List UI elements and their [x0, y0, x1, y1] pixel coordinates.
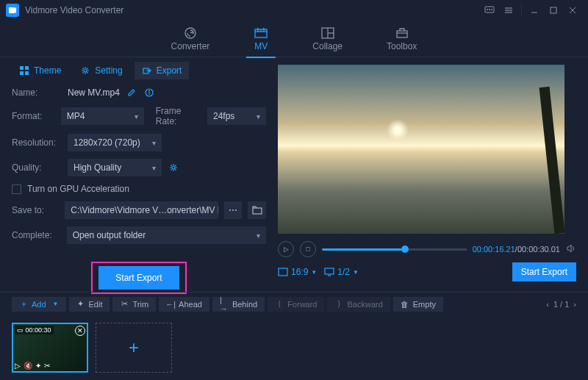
close-button[interactable]	[563, 1, 582, 20]
maximize-button[interactable]	[544, 1, 563, 20]
clip-play-icon[interactable]: ▷	[15, 362, 21, 370]
screen-page-select[interactable]: 1/2 ▼	[324, 267, 359, 277]
subtab-label: Export	[157, 65, 182, 76]
preview-panel: ▷ □ 00:00:16.21/00:00:30.01 16:9 ▼	[278, 57, 588, 292]
svg-point-27	[84, 69, 87, 72]
quality-settings-icon[interactable]	[168, 162, 179, 173]
aspect-ratio-select[interactable]: 16:9 ▼	[278, 267, 317, 277]
tab-mv[interactable]: MV	[246, 24, 276, 54]
seek-slider[interactable]	[322, 248, 467, 251]
preview-visual	[387, 119, 409, 141]
tab-converter[interactable]: Converter	[164, 24, 218, 54]
browse-folder-button[interactable]	[248, 201, 266, 219]
tab-collage[interactable]: Collage	[305, 24, 350, 54]
wand-icon: ✦	[76, 300, 85, 309]
svg-point-2	[487, 9, 487, 10]
trash-icon: 🗑	[401, 300, 409, 309]
quality-label: Quality:	[12, 162, 62, 173]
svg-rect-24	[25, 66, 29, 70]
tab-label: Collage	[312, 41, 343, 51]
minimize-button[interactable]	[525, 1, 544, 20]
divider	[521, 4, 522, 16]
resolution-select[interactable]: 1280x720 (720p)	[68, 134, 162, 151]
quality-select[interactable]: High Quality	[68, 159, 162, 176]
resolution-label: Resolution:	[12, 137, 62, 148]
subtab-theme[interactable]: Theme	[12, 62, 68, 79]
tab-label: Converter	[171, 41, 210, 51]
subtab-label: Theme	[34, 65, 61, 76]
clip-thumbnail[interactable]: ▭ 00:00:30 ✕ ▷ 🔇 ✦ ✂	[12, 323, 88, 373]
svg-rect-33	[253, 208, 262, 214]
format-label: Format:	[12, 111, 55, 121]
start-export-button-right[interactable]: Start Export	[512, 262, 576, 282]
svg-rect-25	[20, 71, 24, 75]
clip-mute-icon[interactable]: 🔇	[24, 362, 32, 370]
gpu-label: Turn on GPU Acceleration	[27, 184, 129, 194]
page-text: 1 / 1	[553, 300, 569, 309]
mv-icon	[254, 26, 268, 40]
stop-button[interactable]: □	[300, 241, 316, 257]
forward-icon: ⟨	[275, 300, 284, 309]
ahead-icon: ←|	[166, 300, 175, 309]
menu-icon[interactable]	[499, 1, 518, 20]
trim-button[interactable]: ✂Trim	[112, 297, 156, 312]
play-button[interactable]: ▷	[278, 241, 294, 257]
start-export-button[interactable]: Start Export	[98, 266, 179, 290]
gpu-checkbox[interactable]	[12, 184, 21, 194]
tab-label: Toolbox	[387, 41, 417, 51]
tab-toolbox[interactable]: Toolbox	[379, 24, 424, 54]
feedback-icon[interactable]	[480, 1, 499, 20]
framerate-label: Frame Rate:	[156, 106, 201, 126]
sub-tabs: Theme Setting Export	[12, 62, 266, 79]
ahead-button[interactable]: ←|Ahead	[159, 297, 209, 312]
converter-icon	[183, 26, 198, 40]
format-select[interactable]: MP4	[61, 107, 144, 125]
name-label: Name:	[12, 87, 62, 98]
subtab-setting[interactable]: Setting	[73, 62, 129, 79]
video-preview[interactable]	[278, 65, 564, 234]
prev-page-icon[interactable]: ‹	[546, 300, 549, 309]
svg-point-31	[148, 90, 149, 91]
edit-button[interactable]: ✦Edit	[69, 297, 110, 312]
time-total: 00:00:30.01	[517, 245, 560, 254]
title-bar: Vidmore Video Converter	[0, 0, 588, 21]
svg-point-4	[491, 9, 492, 10]
subtab-export[interactable]: Export	[135, 62, 190, 79]
clip-trim-icon[interactable]: ✂	[44, 362, 50, 370]
next-page-icon[interactable]: ›	[573, 300, 576, 309]
time-current: 00:00:16.21	[473, 245, 515, 254]
gear-icon	[80, 65, 90, 76]
collage-icon	[320, 26, 335, 40]
seek-knob[interactable]	[401, 245, 409, 253]
svg-point-32	[172, 166, 175, 169]
main-tabs: Converter MV Collage Toolbox	[0, 21, 588, 57]
edit-name-icon[interactable]	[126, 87, 137, 98]
svg-rect-26	[25, 71, 29, 75]
framerate-select[interactable]: 24fps	[207, 107, 266, 125]
backward-icon: ⟩	[334, 300, 343, 309]
saveto-path[interactable]: C:\Vidmore\Vidmore V…onverter\MV Exporte…	[65, 201, 218, 219]
info-icon[interactable]	[143, 87, 155, 98]
clip-edit-icon[interactable]: ✦	[35, 362, 41, 370]
remove-clip-icon[interactable]: ✕	[75, 326, 85, 336]
add-button[interactable]: ＋Add▼	[12, 297, 66, 312]
app-title: Vidmore Video Converter	[25, 5, 123, 15]
empty-button[interactable]: 🗑Empty	[393, 297, 443, 312]
behind-button[interactable]: |→Behind	[212, 297, 265, 312]
tab-label: MV	[254, 41, 268, 51]
add-clip-slot[interactable]: +	[96, 323, 172, 373]
saveto-label: Save to:	[12, 205, 59, 215]
backward-button[interactable]: ⟩Backward	[327, 297, 390, 312]
complete-select[interactable]: Open output folder	[67, 226, 266, 244]
svg-rect-21	[397, 31, 407, 37]
plus-icon: ＋	[19, 300, 28, 309]
theme-icon	[19, 65, 29, 76]
export-panel: Theme Setting Export Name: New MV.mp4	[0, 57, 278, 292]
more-path-button[interactable]: ⋯	[224, 201, 243, 219]
complete-label: Complete:	[12, 230, 61, 240]
volume-icon[interactable]	[566, 243, 576, 256]
start-export-highlight: Start Export	[91, 262, 187, 294]
pager: ‹ 1 / 1 ›	[546, 300, 576, 309]
forward-button[interactable]: ⟨Forward	[268, 297, 324, 312]
svg-point-12	[185, 28, 196, 38]
